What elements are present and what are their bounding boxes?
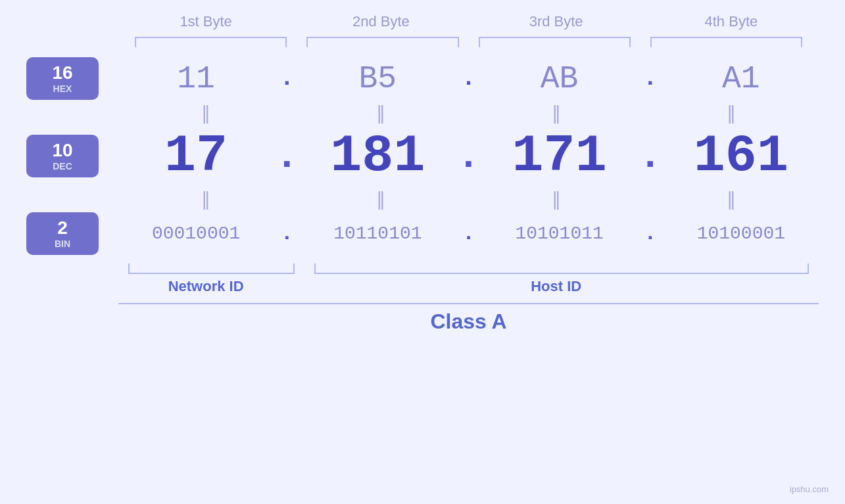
- dec-dot-3: .: [637, 134, 664, 179]
- bin-base-num: 2: [57, 218, 68, 239]
- dec-row: 10 DEC 17 . 181 . 171 . 161: [26, 126, 819, 186]
- bin-base-text: BIN: [55, 239, 70, 249]
- byte2-header: 2nd Byte: [293, 13, 468, 30]
- equals-1: ‖: [118, 106, 293, 120]
- equals-4: ‖: [644, 106, 819, 120]
- dec-val-4: 161: [664, 126, 819, 186]
- hex-val-2: B5: [300, 61, 455, 97]
- hex-dot-3: .: [637, 65, 664, 92]
- hex-row: 16 HEX 11 . B5 . AB . A1: [26, 57, 819, 100]
- watermark: ipshu.com: [790, 484, 829, 494]
- hex-val-4: A1: [664, 61, 819, 97]
- bin-dot-3: .: [637, 221, 664, 246]
- byte1-header: 1st Byte: [118, 13, 293, 30]
- hex-label-box: 16 HEX: [26, 57, 99, 100]
- hex-base-text: HEX: [53, 83, 72, 94]
- bin-val-1: 00010001: [118, 223, 274, 244]
- hex-dot-2: .: [456, 65, 482, 92]
- dec-dot-1: .: [274, 134, 300, 179]
- equals-row-2: ‖ ‖ ‖ ‖: [26, 186, 819, 212]
- equals-3: ‖: [469, 106, 644, 120]
- bin-label-box: 2 BIN: [26, 212, 99, 255]
- dec-dot-2: .: [456, 134, 482, 179]
- equals-6: ‖: [293, 192, 468, 206]
- equals-7: ‖: [469, 192, 644, 206]
- bin-val-4: 10100001: [664, 223, 819, 244]
- bin-values: 00010001 . 10110101 . 10101011 . 1010000…: [118, 221, 819, 246]
- bottom-bracket-area: Network ID Host ID Class A: [26, 258, 819, 334]
- hex-base-num: 16: [52, 63, 72, 83]
- top-brackets: [26, 37, 819, 47]
- top-bracket-1: [135, 37, 287, 47]
- bottom-bracket-net: [128, 263, 295, 274]
- network-id-label: Network ID: [118, 278, 293, 295]
- byte-headers: 1st Byte 2nd Byte 3rd Byte 4th Byte: [26, 13, 819, 30]
- hex-val-3: AB: [482, 61, 637, 97]
- equals-5: ‖: [118, 192, 293, 206]
- equals-2: ‖: [293, 106, 468, 120]
- byte3-header: 3rd Byte: [469, 13, 644, 30]
- dec-val-2: 181: [300, 126, 455, 186]
- bin-dot-1: .: [274, 221, 300, 246]
- dec-values: 17 . 181 . 171 . 161: [118, 126, 819, 186]
- hex-val-1: 11: [118, 61, 274, 97]
- top-bracket-3: [479, 37, 631, 47]
- top-bracket-4: [650, 37, 802, 47]
- dec-val-1: 17: [118, 126, 274, 186]
- bin-row: 2 BIN 00010001 . 10110101 . 10101011 . 1…: [26, 212, 819, 255]
- hex-values: 11 . B5 . AB . A1: [118, 61, 819, 97]
- bottom-bracket-host: [314, 263, 809, 274]
- host-id-label: Host ID: [293, 278, 819, 295]
- class-label: Class A: [118, 309, 819, 334]
- equals-row-1: ‖ ‖ ‖ ‖: [26, 100, 819, 126]
- dec-val-3: 171: [482, 126, 637, 186]
- equals-8: ‖: [644, 192, 819, 206]
- bin-val-3: 10101011: [482, 223, 637, 244]
- top-bracket-2: [306, 37, 458, 47]
- bin-val-2: 10110101: [300, 223, 455, 244]
- dec-base-num: 10: [52, 141, 72, 161]
- hex-dot-1: .: [274, 65, 300, 92]
- dec-label-box: 10 DEC: [26, 135, 99, 177]
- main-container: 1st Byte 2nd Byte 3rd Byte 4th Byte 16 H…: [0, 0, 845, 504]
- dec-base-text: DEC: [53, 161, 72, 172]
- bin-dot-2: .: [456, 221, 482, 246]
- byte4-header: 4th Byte: [644, 13, 819, 30]
- class-line: [118, 303, 819, 304]
